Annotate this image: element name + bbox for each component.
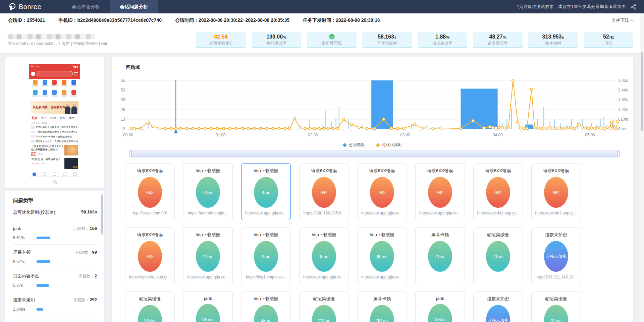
metric-card[interactable]: 58.163s 可优化延时	[362, 32, 412, 48]
nav-tab-1[interactable]: 会话问题分析	[110, 0, 158, 13]
datazoom-left-handle[interactable]	[129, 151, 132, 156]
issue-card[interactable]: 帧渲染缓慢 71ms	[473, 227, 523, 284]
issue-card[interactable]: 连接未加密 连接未加密	[473, 291, 523, 322]
issue-type: 请求6XX错误	[474, 168, 523, 174]
issue-card[interactable]: 帧渲染缓慢 22ms	[531, 291, 581, 322]
nav-tab-0[interactable]: 会话体验分析	[62, 0, 110, 13]
phone-news-item: 三胎新材13天股价翻倍！澳洲设备灵气走强	[29, 130, 80, 134]
problem-type-item[interactable]: jank 问题数：156 6.613s	[13, 221, 97, 245]
issue-card[interactable]: jank 153ms	[415, 291, 465, 322]
page-scrollbar-thumb[interactable]	[641, 52, 643, 131]
phone-tab: 关注	[41, 116, 46, 120]
svg-text:0ms: 0ms	[618, 127, 626, 131]
phone-tab: 学堂	[69, 116, 74, 120]
issue-card[interactable]: 帧渲染缓慢 111ms	[299, 291, 349, 322]
issue-type: 帧渲染缓慢	[125, 296, 174, 302]
issue-card[interactable]: 请求6XX错误 642 https://180.168.205.6...	[299, 163, 349, 220]
issue-card[interactable]: jank 185ms	[183, 291, 233, 322]
issue-url: https://apicdn1.app.gt...	[534, 211, 579, 215]
issue-card[interactable]: 连接未加密 连接未加密 http://103.221.142.18...	[531, 227, 581, 284]
svg-text:00:00: 00:00	[123, 133, 133, 137]
issue-card[interactable]: http下载缓慢 66ms https://api.app.gtja.co...	[357, 227, 407, 284]
issue-bubble: 22ms	[544, 305, 568, 322]
metric-label: 会话体验评分	[196, 41, 246, 46]
metric-card[interactable]: 1.88% 请求错误率	[418, 32, 467, 48]
device-name-redacted	[8, 34, 95, 39]
banner-person	[71, 106, 77, 114]
svg-text:01:00: 01:00	[215, 133, 225, 137]
metric-card[interactable]: 313.953s 整体耗时	[528, 32, 578, 48]
issue-card[interactable]: 请求6XX错误 642 https://apicdn1.app.gt...	[531, 163, 581, 220]
problem-type-item[interactable]: 页面内容不足 问题数：2 5.77s	[13, 268, 97, 292]
metric-card[interactable]: 100.00% 执行通过率	[252, 32, 301, 48]
issue-bubble: 2ms	[254, 241, 278, 272]
svg-text:2.44s: 2.44s	[618, 88, 628, 92]
issue-type: 请求6XX错误	[358, 168, 407, 174]
phone-icon-grid	[29, 79, 80, 100]
datazoom-right-handle[interactable]	[617, 151, 620, 156]
metric-card[interactable]: 52Hz FPS	[584, 32, 633, 48]
issue-bubble: 4ms	[254, 177, 278, 208]
issue-card[interactable]: http下载缓慢 58ms	[241, 291, 291, 322]
svg-text:05:00: 05:00	[585, 133, 595, 137]
issue-type: http下载缓慢	[358, 232, 407, 238]
page-scrollbar[interactable]	[640, 13, 644, 322]
issue-card[interactable]: 请求6XX错误 642 https://apicdn1.app.gt...	[473, 163, 523, 220]
issue-value: 4ms	[262, 190, 270, 195]
issue-type: 帧渲染缓慢	[300, 296, 348, 302]
issue-card[interactable]: 请求6XX错误 652 tcp://ip-api.com:80/	[125, 163, 175, 220]
issue-type: http下载缓慢	[300, 232, 348, 238]
issue-value: 185ms	[201, 317, 214, 322]
issue-card[interactable]: 帧渲染缓慢 143ms	[125, 291, 175, 322]
problem-type-item[interactable]: 连接未重用 问题数：292 2.849s	[13, 292, 97, 316]
legend-item[interactable]: 总问题数	[343, 142, 365, 148]
bonree-logo[interactable]: Bonree	[8, 2, 42, 11]
metric-card[interactable]: 48.27% 请求警示率	[473, 32, 523, 48]
issue-card[interactable]: 请求6XX错误 642 https://api.app.gtja.co...	[415, 163, 465, 220]
problem-time: 6.613s	[13, 236, 28, 240]
session-field: 会话时间：2022-08-08 20:30:22~2022-08-08 20:3…	[175, 17, 289, 23]
svg-text:1.83s: 1.83s	[618, 98, 628, 102]
issue-card[interactable]: http下载缓慢 12ms https://api.app.gtja.co...	[183, 227, 233, 284]
datazoom-slider[interactable]	[130, 150, 619, 157]
problem-type-item[interactable]: 屏幕卡顿 问题数：99 6.571s	[13, 245, 97, 268]
metric-label: 执行通过率	[252, 41, 301, 46]
issue-card[interactable]: 请求6XX错误 642 https://apicdn1.app.gt...	[125, 227, 175, 284]
issue-value: 642	[494, 190, 502, 195]
session-info-row: 会话ID：2554021手机ID：b2c2d4986e9a33b5677714c…	[8, 13, 380, 27]
issue-bubble: 8ms	[312, 241, 336, 272]
phone-app-shortcut	[31, 90, 40, 100]
problem-count: 问题数：99	[76, 250, 97, 255]
phone-bottom-nav	[29, 171, 80, 177]
session-screenshot[interactable]: 晚上8:30 ▾ ⬤ ▮ ⌕ 风起新消费，国潮新时尚 机会关注7X24服务学堂 …	[29, 64, 80, 177]
phone-app-logo	[31, 72, 35, 76]
issue-card[interactable]: 请求6XX错误 642 https://api.app.gtja.co...	[357, 163, 407, 220]
issue-card[interactable]: 屏幕卡顿 291ms	[357, 291, 407, 322]
issue-card[interactable]: http下载缓慢 <1ms https://android.bugly....	[183, 163, 233, 220]
issue-bubble: 111ms	[312, 305, 336, 322]
issue-card[interactable]: 屏幕卡顿 71ms	[415, 227, 465, 284]
collapse-panel-button[interactable]	[52, 180, 58, 186]
article-title: “双焦”过河，将军马断克？	[31, 158, 63, 161]
issue-card[interactable]: http下载缓慢 2ms https://log1.cmpassp...	[241, 227, 291, 284]
issue-card[interactable]: http下载缓慢 8ms https://api.app.gtja.co...	[299, 227, 349, 284]
share-icon[interactable]	[631, 4, 637, 10]
session-field: 手机ID：b2c2d4986e9a33b5677714ce0e07c740	[59, 17, 162, 23]
metric-card[interactable]: 会话可用性	[307, 32, 357, 48]
panel-scrollbar-thumb[interactable]	[101, 194, 103, 235]
screenshot-panel: 晚上8:30 ▾ ⬤ ▮ ⌕ 风起新消费，国潮新时尚 机会关注7X24服务学堂 …	[5, 57, 104, 188]
issue-value: 2ms	[262, 254, 270, 259]
legend-item[interactable]: 可优化延时	[376, 142, 402, 148]
issue-value: 143ms	[143, 318, 156, 322]
problem-domain-chart[interactable]: 00ms13610ms261.22s391.83s522.44s653.05s0…	[116, 74, 629, 141]
issue-type: http下载缓慢	[183, 168, 232, 174]
issue-card[interactable]: http下载缓慢 4ms https://api.app.gtja.co...	[241, 163, 291, 220]
metric-label: 请求警示率	[473, 41, 523, 46]
svg-text:65: 65	[121, 78, 125, 83]
phone-app-shortcut	[50, 90, 59, 100]
issue-type: jank	[416, 296, 465, 301]
file-download-button[interactable]: 文件下载	[611, 13, 634, 27]
device-info: 红米note9 pro | Android10 | 上海市 | 中国联通WIFI…	[8, 41, 119, 47]
metric-card[interactable]: 82.54 会话体验评分	[196, 32, 246, 48]
issue-type: 连接未加密	[532, 232, 581, 238]
